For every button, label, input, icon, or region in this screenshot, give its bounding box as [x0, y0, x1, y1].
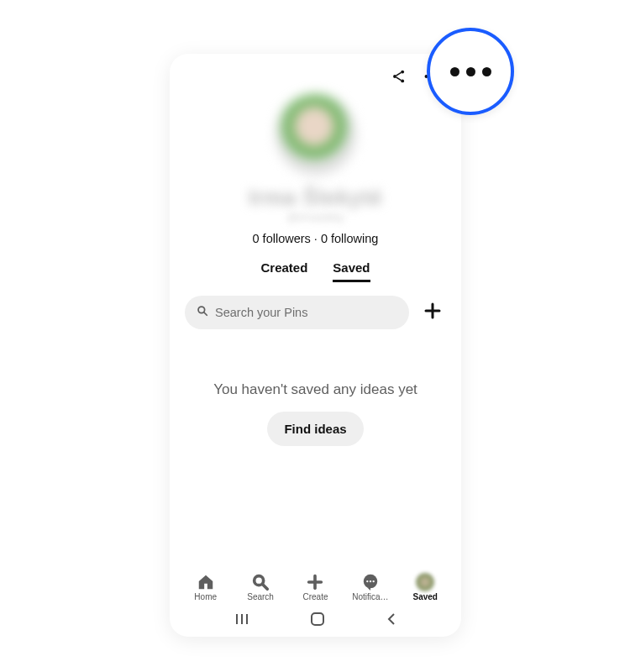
username: @irmasleky	[286, 211, 344, 223]
svg-rect-23	[312, 613, 323, 625]
avatar[interactable]	[276, 94, 356, 175]
empty-state: You haven't saved any ideas yet Find ide…	[170, 381, 461, 446]
svg-line-4	[396, 77, 402, 81]
tab-created[interactable]: Created	[260, 260, 307, 282]
svg-point-2	[401, 80, 404, 83]
nav-create[interactable]: Create	[289, 573, 341, 601]
svg-point-19	[372, 580, 374, 582]
dot-icon	[450, 67, 459, 76]
profile-header: Irma Šlekyté @irmasleky 0 followers · 0 …	[170, 89, 461, 282]
search-row: Search your Pins	[170, 282, 461, 329]
nav-home[interactable]: Home	[180, 573, 232, 601]
plus-icon	[306, 573, 324, 591]
search-placeholder: Search your Pins	[215, 306, 307, 319]
topbar	[170, 54, 461, 89]
nav-label: Notifica…	[352, 592, 388, 601]
share-icon[interactable]	[391, 68, 407, 88]
profile-thumb-icon	[416, 573, 434, 591]
svg-line-13	[263, 585, 268, 590]
chat-icon	[361, 573, 380, 591]
empty-message: You haven't saved any ideas yet	[213, 381, 417, 398]
more-options-callout[interactable]	[427, 28, 514, 115]
svg-point-18	[370, 580, 371, 582]
profile-tabs: Created Saved	[260, 260, 370, 282]
bottom-nav: Home Search Create Notifica…	[170, 573, 461, 605]
svg-line-9	[204, 312, 207, 316]
nav-label: Home	[194, 592, 217, 601]
svg-point-1	[401, 71, 404, 74]
nav-label: Create	[302, 592, 328, 601]
profile-screen: Irma Šlekyté @irmasleky 0 followers · 0 …	[170, 54, 461, 637]
home-icon	[197, 573, 215, 591]
add-button[interactable]	[419, 297, 446, 328]
phone-frame: Irma Šlekyté @irmasleky 0 followers · 0 …	[170, 54, 461, 637]
nav-search[interactable]: Search	[234, 573, 286, 601]
nav-saved[interactable]: Saved	[399, 573, 451, 601]
nav-notifications[interactable]: Notifica…	[344, 573, 396, 601]
home-button[interactable]	[310, 612, 325, 630]
dot-icon	[466, 67, 475, 76]
display-name: Irma Šlekyté	[249, 186, 382, 209]
system-nav-bar	[170, 605, 461, 637]
back-button[interactable]	[386, 612, 397, 629]
tab-saved[interactable]: Saved	[333, 260, 370, 282]
search-icon	[197, 305, 208, 320]
search-icon	[251, 573, 270, 591]
svg-point-17	[366, 580, 368, 582]
nav-label: Saved	[413, 592, 438, 601]
svg-line-3	[396, 72, 402, 76]
dot-icon	[482, 67, 491, 76]
nav-label: Search	[247, 592, 274, 601]
recent-apps-button[interactable]	[234, 612, 250, 629]
find-ideas-button[interactable]: Find ideas	[267, 412, 363, 446]
follower-stats[interactable]: 0 followers · 0 following	[253, 232, 379, 245]
search-input[interactable]: Search your Pins	[185, 296, 409, 329]
